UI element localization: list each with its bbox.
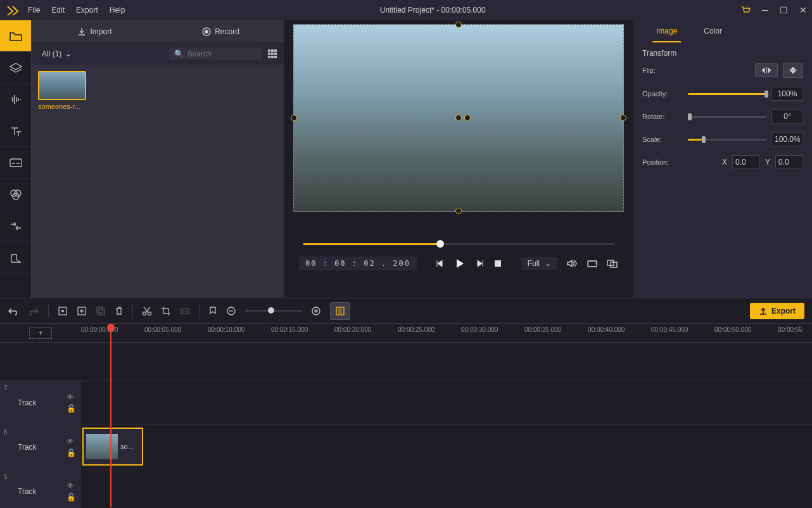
- preview-zoom-select[interactable]: Full⌄: [521, 257, 557, 270]
- flip-horizontal-button[interactable]: [755, 63, 778, 77]
- tl-zoomin-icon[interactable]: [311, 306, 321, 316]
- tl-speed-icon[interactable]: [180, 306, 190, 316]
- sidebar-tab-elements[interactable]: [0, 242, 31, 274]
- position-label: Position:: [642, 158, 683, 166]
- tl-copy-icon[interactable]: [96, 306, 106, 316]
- tl-add-icon[interactable]: [77, 306, 87, 316]
- fullscreen-icon[interactable]: [607, 259, 618, 268]
- import-icon: [77, 27, 86, 36]
- handle-right[interactable]: [620, 115, 626, 121]
- ruler-mark: 00:00:45.000: [651, 326, 688, 333]
- sidebar-tab-audio[interactable]: [0, 84, 31, 115]
- tl-cut-icon[interactable]: [142, 306, 152, 316]
- clip-thumbnail: [38, 71, 86, 100]
- export-button[interactable]: Export: [750, 303, 804, 319]
- grid-view-icon[interactable]: [267, 49, 277, 59]
- lock-icon[interactable]: 🔓: [67, 448, 76, 457]
- svg-rect-7: [271, 49, 274, 52]
- preview-scrubber[interactable]: [303, 243, 614, 245]
- media-search[interactable]: 🔍: [169, 48, 262, 60]
- stop-button[interactable]: [493, 259, 502, 268]
- flip-vertical-button[interactable]: [783, 63, 803, 78]
- track-name: Track: [18, 398, 37, 407]
- add-track-button[interactable]: +: [29, 327, 52, 339]
- tl-delete-icon[interactable]: [115, 306, 124, 316]
- scale-slider[interactable]: [688, 139, 766, 141]
- media-panel: Import Record All (1) ⌄ 🔍: [32, 20, 284, 298]
- rotate-slider[interactable]: [688, 116, 766, 118]
- rotate-input[interactable]: [771, 110, 803, 124]
- import-button[interactable]: Import: [32, 20, 158, 42]
- playhead[interactable]: [110, 324, 111, 507]
- timeline-ruler[interactable]: + 00:00:00.00000:00:05.00000:00:10.00000…: [0, 324, 812, 343]
- opacity-input[interactable]: [771, 87, 803, 101]
- search-input[interactable]: [187, 49, 257, 58]
- svg-rect-23: [99, 309, 105, 315]
- next-frame-button[interactable]: [474, 258, 485, 269]
- visibility-icon[interactable]: 👁: [67, 481, 76, 490]
- chevron-down-icon: ⌄: [545, 259, 551, 268]
- prev-frame-button[interactable]: [435, 258, 445, 269]
- track-body[interactable]: [81, 381, 812, 424]
- redo-button[interactable]: [28, 307, 39, 315]
- sidebar-tab-filters[interactable]: [0, 179, 31, 210]
- close-button[interactable]: ✕: [799, 5, 807, 15]
- tab-color[interactable]: Color: [700, 20, 726, 42]
- record-icon: [202, 27, 211, 36]
- tl-select-icon[interactable]: [58, 306, 68, 316]
- lock-icon[interactable]: 🔓: [67, 493, 76, 502]
- app-logo: [5, 3, 20, 18]
- menu-edit[interactable]: Edit: [51, 6, 65, 15]
- record-button[interactable]: Record: [158, 20, 284, 42]
- scrubber-knob[interactable]: [436, 240, 444, 248]
- svg-rect-10: [271, 53, 274, 55]
- svg-rect-15: [495, 260, 501, 267]
- handle-center[interactable]: [455, 115, 462, 121]
- handle-bottom[interactable]: [455, 208, 462, 214]
- sidebar-tab-text[interactable]: [0, 115, 31, 147]
- maximize-button[interactable]: ☐: [780, 5, 788, 15]
- ruler-mark: 00:00:05.000: [144, 326, 181, 333]
- play-button[interactable]: [454, 258, 466, 269]
- handle-left[interactable]: [291, 115, 297, 121]
- track-body[interactable]: so...: [81, 425, 812, 469]
- snapshot-icon[interactable]: [587, 259, 598, 268]
- shop-icon[interactable]: [740, 5, 751, 15]
- menu-export[interactable]: Export: [76, 6, 98, 15]
- svg-point-24: [143, 312, 146, 315]
- media-filter-dropdown[interactable]: All (1) ⌄: [38, 48, 75, 60]
- svg-point-25: [148, 312, 151, 315]
- menu-file[interactable]: File: [28, 6, 40, 15]
- tl-zoom-slider[interactable]: [245, 310, 302, 312]
- tl-edit-settings-button[interactable]: [330, 302, 350, 320]
- timeline-clip[interactable]: so...: [82, 428, 143, 466]
- menu-help[interactable]: Help: [110, 6, 125, 15]
- timeline-clip-name: so...: [120, 443, 134, 450]
- visibility-icon[interactable]: 👁: [67, 393, 76, 402]
- scale-input[interactable]: [771, 132, 803, 146]
- handle-top[interactable]: [455, 22, 462, 28]
- visibility-icon[interactable]: 👁: [67, 437, 76, 446]
- position-x-input[interactable]: [732, 155, 760, 169]
- track-number: 6: [4, 429, 8, 436]
- lock-icon[interactable]: 🔓: [67, 404, 76, 413]
- tab-image[interactable]: Image: [652, 20, 681, 42]
- tl-crop-icon[interactable]: [161, 306, 171, 316]
- tl-zoomout-icon[interactable]: [226, 306, 236, 316]
- sidebar-tab-transitions[interactable]: [0, 210, 31, 242]
- media-clip[interactable]: someones-r...: [38, 71, 89, 110]
- sidebar-tab-subtitles[interactable]: [0, 147, 31, 179]
- sidebar-tab-media[interactable]: [0, 20, 31, 52]
- minimize-button[interactable]: ─: [762, 5, 768, 15]
- undo-button[interactable]: [8, 307, 19, 315]
- track-body[interactable]: [81, 469, 812, 508]
- svg-rect-9: [268, 53, 270, 55]
- preview-canvas[interactable]: [293, 24, 624, 212]
- position-y-input[interactable]: [775, 155, 803, 169]
- opacity-slider[interactable]: [688, 93, 766, 95]
- handle-center2[interactable]: [464, 115, 471, 121]
- volume-icon[interactable]: [566, 258, 578, 269]
- sidebar-tab-layers[interactable]: [0, 52, 31, 84]
- tl-marker-icon[interactable]: [208, 306, 217, 316]
- flip-label: Flip:: [642, 67, 683, 74]
